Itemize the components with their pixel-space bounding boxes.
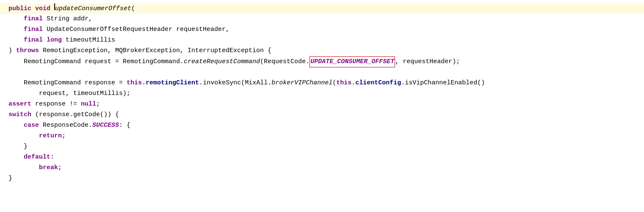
code-line-1: public void updateConsumerOffset( — [0, 3, 644, 14]
keyword-null: null — [81, 99, 96, 109]
keyword-final-3: final — [24, 35, 43, 45]
keyword-final-2: final — [24, 25, 43, 35]
keyword-public: public — [8, 4, 31, 14]
code-line-6: RemotingCommand request = RemotingComman… — [0, 56, 644, 67]
code-line-17: } — [0, 173, 644, 184]
keyword-final-1: final — [24, 14, 43, 24]
code-line-5: ) throws RemotingException, MQBrokerExce… — [0, 46, 644, 56]
keyword-switch: switch — [8, 110, 31, 120]
code-line-10: assert response != null; — [0, 99, 644, 110]
code-line-11: switch (response.getCode()) { — [0, 110, 644, 120]
code-line-15: default: — [0, 152, 644, 163]
keyword-case: case — [24, 120, 39, 131]
method-broker-vip: brokerVIPChannel — [271, 78, 332, 88]
keyword-void: void — [35, 4, 50, 14]
field-remoting-client: remotingClient — [146, 78, 199, 88]
keyword-assert: assert — [8, 99, 31, 109]
code-line-16: break; — [0, 163, 644, 173]
keyword-long: long — [47, 35, 62, 45]
code-line-2: final String addr, — [0, 14, 644, 25]
field-client-config: clientConfig — [355, 78, 401, 88]
static-method-create: createRequestCommand — [184, 57, 260, 67]
method-invoke-sync: invokeSync — [203, 78, 241, 88]
code-line-12: case ResponseCode.SUCCESS: { — [0, 120, 644, 131]
code-line-4: final long timeoutMillis — [0, 35, 644, 46]
keyword-break: break — [39, 163, 58, 173]
code-line-3: final UpdateConsumerOffsetRequestHeader … — [0, 25, 644, 35]
code-line-9: request, timeoutMillis); — [0, 89, 644, 99]
code-line-14: } — [0, 142, 644, 152]
keyword-this-1: this — [127, 78, 142, 88]
code-line-8: RemotingCommand response = this.remoting… — [0, 78, 644, 89]
code-line-7 — [0, 67, 644, 78]
method-name: updateConsumerOffset — [55, 4, 131, 14]
constant-update-consumer-offset: UPDATE_CONSUMER_OFFSET — [310, 56, 395, 67]
keyword-default: default — [24, 152, 50, 162]
keyword-return: return — [39, 131, 62, 141]
code-line-13: return; — [0, 131, 644, 142]
code-editor: public void updateConsumerOffset( final … — [0, 0, 644, 212]
keyword-this-2: this — [336, 78, 351, 88]
keyword-throws: throws — [16, 46, 39, 56]
constant-success: SUCCESS — [92, 120, 119, 131]
